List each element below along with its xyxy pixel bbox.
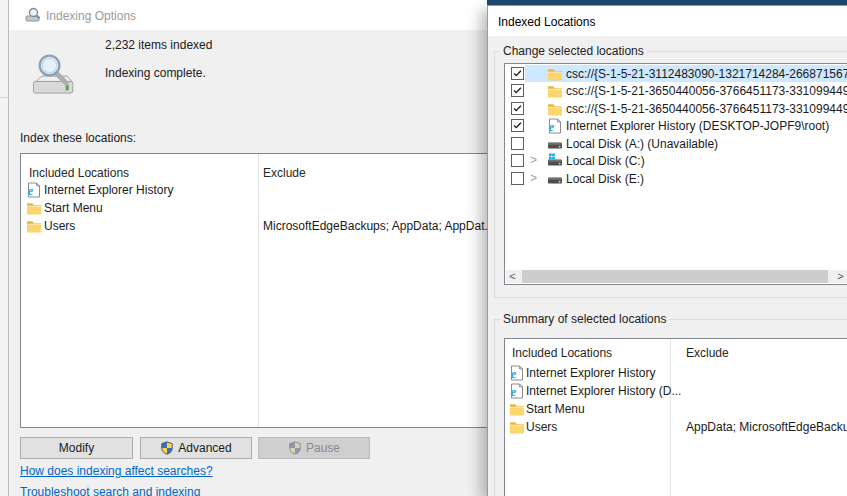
chevron-right-icon[interactable]: > [530, 171, 537, 186]
indexing-options-dialog: Indexing Options 2,232 items indexed Ind… [9, 0, 487, 496]
tree-row[interactable]: Local Disk (A:) (Unavailable) [506, 135, 847, 152]
indexed-locations-titlebar[interactable]: Indexed Locations [488, 6, 847, 36]
list-row[interactable]: Start Menu [505, 400, 847, 418]
checkbox-unchecked[interactable] [511, 154, 524, 167]
scroll-left-arrow-icon[interactable]: < [506, 270, 519, 283]
checkbox-checked[interactable] [511, 119, 524, 132]
horizontal-scrollbar[interactable]: < > [506, 270, 847, 283]
included-locations-list[interactable]: Included Locations Exclude Internet Expl… [20, 153, 490, 428]
folder-icon [509, 419, 525, 435]
list-row-label: Internet Explorer History [44, 183, 173, 197]
checkbox-checked[interactable] [511, 67, 524, 80]
list-row-label: Users [44, 219, 75, 233]
ie-history-icon [509, 383, 525, 399]
folder-icon [26, 218, 42, 234]
tree-row-label: Local Disk (E:) [566, 172, 644, 186]
indexing-options-app-icon [25, 7, 41, 23]
drive-icon [547, 171, 563, 187]
ie-history-icon [26, 182, 42, 198]
column-header-exclude[interactable]: Exclude [263, 166, 306, 180]
checkbox-checked[interactable] [511, 102, 524, 115]
column-header-exclude[interactable]: Exclude [686, 346, 729, 360]
drive-icon [547, 136, 563, 152]
folder-icon [509, 401, 525, 417]
indexing-status-text: Indexing complete. [105, 66, 206, 80]
list-row[interactable]: Internet Explorer History [21, 181, 489, 199]
pause-button-label: Pause [306, 441, 340, 455]
tree-row[interactable]: csc://{S-1-5-21-3650440056-3766451173-33… [506, 82, 847, 99]
chevron-right-icon[interactable]: > [530, 153, 537, 168]
troubleshoot-link[interactable]: Troubleshoot search and indexing [20, 485, 200, 496]
list-row-exclude: MicrosoftEdgeBackups; AppData; AppDat... [263, 219, 494, 233]
background-window-edge [0, 0, 9, 496]
tree-row[interactable]: > Local Disk (C:) [506, 152, 847, 169]
ie-history-icon [509, 365, 525, 381]
folder-icon [26, 200, 42, 216]
uac-shield-icon [288, 441, 302, 455]
list-row[interactable]: Internet Explorer History (D... [505, 382, 847, 400]
tree-row-label: Local Disk (A:) (Unavailable) [566, 137, 718, 151]
list-row[interactable]: Users MicrosoftEdgeBackups; AppData; App… [21, 217, 489, 235]
list-row-exclude: AppData; MicrosoftEdgeBacku... [686, 420, 847, 434]
locations-tree[interactable]: csc://{S-1-5-21-3112483090-1321714284-26… [504, 63, 847, 285]
list-row[interactable]: Internet Explorer History [505, 364, 847, 382]
checkbox-unchecked[interactable] [511, 172, 524, 185]
index-locations-label: Index these locations: [20, 131, 136, 145]
items-indexed-text: 2,232 items indexed [105, 38, 212, 52]
uac-shield-icon [160, 441, 174, 455]
advanced-button-label: Advanced [178, 441, 231, 455]
indexed-locations-dialog: Indexed Locations Change selected locati… [487, 5, 847, 496]
checkbox-checked[interactable] [511, 84, 524, 97]
folder-icon [547, 66, 563, 82]
list-row-label: Users [526, 420, 557, 434]
pause-button: Pause [258, 437, 370, 459]
indexing-options-titlebar[interactable]: Indexing Options [9, 0, 487, 30]
tree-row-label: Local Disk (C:) [566, 154, 645, 168]
background-divider [0, 97, 9, 98]
indexing-options-title: Indexing Options [46, 9, 136, 23]
modify-button[interactable]: Modify [20, 437, 133, 459]
change-locations-group-label: Change selected locations [500, 44, 647, 58]
column-header-included[interactable]: Included Locations [512, 346, 612, 360]
summary-group-label: Summary of selected locations [500, 312, 669, 326]
screen: Indexing Options 2,232 items indexed Ind… [0, 0, 847, 496]
column-header-included[interactable]: Included Locations [29, 166, 129, 180]
tree-row[interactable]: csc://{S-1-5-21-3650440056-3766451173-33… [506, 100, 847, 117]
scroll-right-arrow-icon[interactable]: > [834, 270, 847, 283]
indexed-locations-title: Indexed Locations [498, 15, 595, 29]
tree-row-label: csc://{S-1-5-21-3112483090-1321714284-26… [566, 67, 847, 81]
how-indexing-affects-link[interactable]: How does indexing affect searches? [20, 464, 213, 478]
modify-button-label: Modify [59, 441, 94, 455]
tree-row[interactable]: Internet Explorer History (DESKTOP-JOPF9… [506, 117, 847, 134]
tree-row[interactable]: > Local Disk (E:) [506, 170, 847, 187]
list-row[interactable]: Start Menu [21, 199, 489, 217]
checkbox-unchecked[interactable] [511, 137, 524, 150]
tree-row-label: Internet Explorer History (DESKTOP-JOPF9… [566, 119, 829, 133]
ie-history-icon [547, 118, 563, 134]
tree-row-label: csc://{S-1-5-21-3650440056-3766451173-33… [566, 102, 847, 116]
advanced-button[interactable]: Advanced [140, 437, 252, 459]
tree-row[interactable]: csc://{S-1-5-21-3112483090-1321714284-26… [506, 65, 847, 82]
list-row-label: Internet Explorer History (D... [526, 384, 681, 398]
folder-icon [547, 101, 563, 117]
scrollbar-thumb[interactable] [522, 270, 828, 283]
list-row-label: Start Menu [44, 201, 103, 215]
list-row[interactable]: Users AppData; MicrosoftEdgeBacku... [505, 418, 847, 436]
folder-icon [547, 83, 563, 99]
list-row-label: Start Menu [526, 402, 585, 416]
list-row-label: Internet Explorer History [526, 366, 655, 380]
tree-row-label: csc://{S-1-5-21-3650440056-3766451173-33… [566, 84, 847, 98]
summary-list[interactable]: Included Locations Exclude Internet Expl… [504, 338, 847, 496]
search-drive-icon [29, 52, 79, 102]
system-drive-icon [547, 153, 563, 169]
